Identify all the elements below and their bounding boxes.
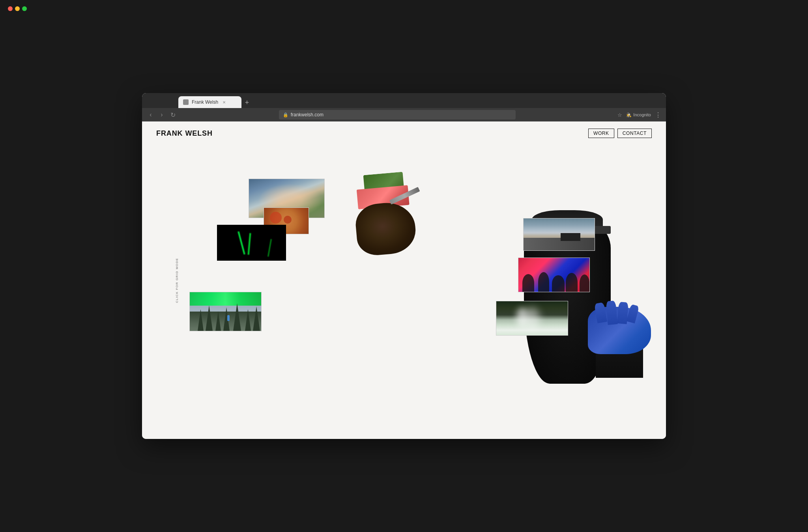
browser-chrome: Frank Welsh ✕ + ‹ › ↻ 🔒 frankwelsh.com ☆… (142, 93, 666, 121)
url-input[interactable]: 🔒 frankwelsh.com (279, 110, 516, 119)
browser-tab[interactable]: Frank Welsh ✕ (178, 96, 241, 108)
image-audience[interactable] (518, 258, 590, 292)
image-forest[interactable] (189, 292, 262, 331)
nav-contact[interactable]: CONTACT (617, 129, 652, 138)
nav-work[interactable]: WORK (588, 129, 614, 138)
tab-bar: Frank Welsh ✕ + (142, 93, 666, 108)
incognito-label: Incognito (633, 112, 651, 117)
tab-title: Frank Welsh (192, 99, 218, 105)
incognito-indicator: 🕵 Incognito (626, 112, 651, 118)
url-text: frankwelsh.com (291, 112, 324, 118)
website-content: FRANK WELSH WORK CONTACT CLICK FOR GRID … (142, 121, 666, 439)
scattered-images (142, 121, 666, 439)
browser-right-icons: ☆ 🕵 Incognito ⋮ (617, 111, 661, 119)
image-clay-food[interactable] (348, 169, 440, 263)
site-header: FRANK WELSH WORK CONTACT (142, 121, 666, 145)
incognito-icon: 🕵 (626, 112, 632, 118)
tab-close-icon[interactable]: ✕ (221, 99, 227, 105)
tab-favicon (183, 99, 189, 105)
image-smoke[interactable] (496, 301, 568, 336)
site-nav: WORK CONTACT (588, 129, 652, 138)
new-tab-button[interactable]: + (241, 97, 252, 108)
menu-icon[interactable]: ⋮ (655, 111, 661, 119)
bookmark-icon[interactable]: ☆ (617, 112, 622, 118)
forward-button[interactable]: › (158, 111, 166, 118)
image-concert[interactable] (217, 225, 286, 261)
back-button[interactable]: ‹ (147, 111, 155, 118)
lock-icon: 🔒 (283, 112, 288, 118)
image-blue-hand[interactable] (584, 295, 659, 378)
reload-button[interactable]: ↻ (169, 111, 177, 119)
site-logo: FRANK WELSH (156, 129, 213, 138)
image-highway[interactable] (523, 218, 595, 251)
address-bar: ‹ › ↻ 🔒 frankwelsh.com ☆ 🕵 Incognito ⋮ (142, 108, 666, 121)
